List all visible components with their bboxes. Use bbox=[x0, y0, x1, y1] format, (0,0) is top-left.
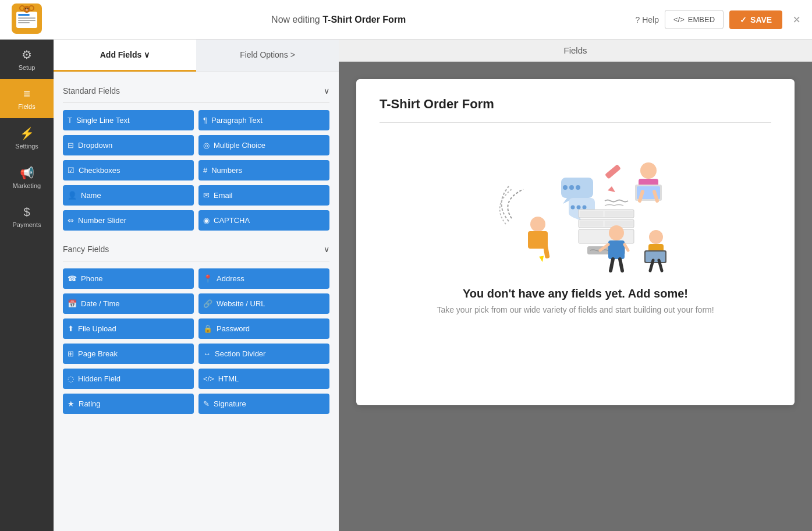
field-btn-date-time[interactable]: 📅 Date / Time bbox=[63, 293, 194, 314]
form-preview-wrapper: T-Shirt Order Form bbox=[339, 62, 812, 531]
svg-point-50 bbox=[649, 230, 663, 244]
svg-point-17 bbox=[576, 185, 580, 190]
svg-rect-38 bbox=[579, 229, 634, 243]
dropdown-icon: ⊟ bbox=[68, 141, 74, 150]
chevron-down-icon: ∨ bbox=[144, 50, 150, 59]
field-btn-website-url[interactable]: 🔗 Website / URL bbox=[198, 293, 329, 314]
fancy-fields-divider bbox=[63, 261, 329, 261]
checkboxes-icon: ☑ bbox=[68, 166, 75, 175]
svg-point-40 bbox=[530, 217, 545, 232]
tab-add-fields[interactable]: Add Fields ∨ bbox=[54, 40, 196, 72]
field-btn-rating[interactable]: ★ Rating bbox=[63, 394, 194, 414]
standard-fields-section-header[interactable]: Standard Fields ∨ bbox=[63, 80, 329, 100]
settings-icon: ⚡ bbox=[20, 126, 34, 140]
field-btn-dropdown[interactable]: ⊟ Dropdown bbox=[63, 135, 194, 155]
fancy-fields-grid: ☎ Phone 📍 Address 📅 Date / Time 🔗 Websit… bbox=[63, 268, 329, 414]
close-button[interactable]: × bbox=[793, 12, 800, 27]
svg-rect-5 bbox=[18, 22, 30, 23]
svg-point-15 bbox=[563, 185, 568, 190]
signature-icon: ✎ bbox=[203, 399, 210, 408]
hidden-field-icon: ◌ bbox=[68, 374, 74, 383]
empty-state: You don't have any fields yet. Add some!… bbox=[380, 137, 771, 326]
top-bar-actions: ? Help </> EMBED ✓ SAVE × bbox=[635, 10, 800, 29]
field-btn-section-divider[interactable]: ↔ Section Divider bbox=[198, 344, 329, 364]
email-icon: ✉ bbox=[203, 191, 210, 200]
svg-point-22 bbox=[582, 206, 586, 210]
standard-fields-divider bbox=[63, 102, 329, 103]
date-time-icon: 📅 bbox=[68, 299, 77, 308]
svg-point-12 bbox=[27, 8, 29, 9]
field-btn-captcha[interactable]: ◉ CAPTCHA bbox=[198, 210, 329, 231]
password-icon: 🔒 bbox=[203, 324, 212, 333]
svg-rect-4 bbox=[18, 20, 36, 21]
fields-panel: Add Fields ∨ Field Options > Standard Fi… bbox=[54, 40, 339, 531]
field-btn-html[interactable]: </> HTML bbox=[198, 369, 329, 389]
field-btn-hidden-field[interactable]: ◌ Hidden Field bbox=[63, 369, 194, 389]
svg-rect-53 bbox=[646, 252, 665, 262]
svg-rect-45 bbox=[608, 240, 625, 259]
numbers-icon: # bbox=[203, 166, 207, 175]
fancy-fields-section-header[interactable]: Fancy Fields ∨ bbox=[63, 239, 329, 259]
page-break-icon: ⊞ bbox=[68, 349, 74, 358]
svg-point-13 bbox=[26, 9, 28, 10]
field-btn-multiple-choice[interactable]: ◎ Multiple Choice bbox=[198, 135, 329, 155]
fields-icon: ≡ bbox=[23, 87, 30, 101]
field-btn-paragraph-text[interactable]: ¶ Paragraph Text bbox=[198, 110, 329, 130]
captcha-icon: ◉ bbox=[203, 216, 210, 225]
rating-icon: ★ bbox=[68, 399, 75, 408]
form-preview: T-Shirt Order Form bbox=[356, 79, 795, 405]
empty-state-illustration bbox=[477, 143, 675, 277]
payments-icon: $ bbox=[23, 206, 30, 219]
field-btn-name[interactable]: 👤 Name bbox=[63, 185, 194, 206]
svg-rect-36 bbox=[580, 221, 603, 226]
field-btn-file-upload[interactable]: ⬆ File Upload bbox=[63, 318, 194, 339]
embed-button[interactable]: </> EMBED bbox=[665, 10, 724, 29]
field-btn-single-line-text[interactable]: T Single Line Text bbox=[63, 110, 194, 130]
svg-rect-37 bbox=[605, 221, 633, 226]
svg-point-44 bbox=[609, 225, 624, 240]
sidebar-item-marketing[interactable]: 📢 Marketing bbox=[0, 158, 54, 197]
fancy-section-collapse-icon: ∨ bbox=[324, 245, 329, 254]
name-icon: 👤 bbox=[68, 191, 77, 200]
field-btn-email[interactable]: ✉ Email bbox=[198, 185, 329, 206]
field-btn-page-break[interactable]: ⊞ Page Break bbox=[63, 344, 194, 364]
field-btn-number-slider[interactable]: ⇔ Number Slider bbox=[63, 210, 194, 231]
gear-icon: ⚙ bbox=[22, 48, 32, 62]
svg-line-48 bbox=[611, 259, 613, 271]
sidebar-item-payments[interactable]: $ Payments bbox=[0, 197, 54, 236]
svg-marker-25 bbox=[608, 186, 615, 192]
website-url-icon: 🔗 bbox=[203, 299, 212, 308]
sidebar: ⚙ Setup ≡ Fields ⚡ Settings 📢 Marketing … bbox=[0, 40, 54, 531]
sidebar-item-fields[interactable]: ≡ Fields bbox=[0, 79, 54, 118]
field-btn-password[interactable]: 🔒 Password bbox=[198, 318, 329, 339]
svg-rect-34 bbox=[605, 211, 633, 217]
save-button[interactable]: ✓ SAVE bbox=[729, 10, 782, 29]
field-btn-checkboxes[interactable]: ☑ Checkboxes bbox=[63, 160, 194, 180]
top-bar: Now editing T-Shirt Order Form ? Help </… bbox=[0, 0, 812, 40]
svg-point-16 bbox=[569, 185, 574, 190]
section-collapse-icon: ∨ bbox=[324, 86, 329, 95]
tab-field-options[interactable]: Field Options > bbox=[196, 40, 339, 72]
svg-point-20 bbox=[570, 206, 575, 210]
svg-point-21 bbox=[576, 206, 580, 210]
field-btn-signature[interactable]: ✎ Signature bbox=[198, 394, 329, 414]
help-button[interactable]: ? Help bbox=[635, 15, 659, 24]
section-divider-icon: ↔ bbox=[203, 349, 211, 358]
app-logo bbox=[12, 3, 42, 36]
empty-state-subtitle: Take your pick from our wide variety of … bbox=[437, 305, 714, 314]
field-btn-address[interactable]: 📍 Address bbox=[198, 268, 329, 289]
sidebar-item-setup[interactable]: ⚙ Setup bbox=[0, 40, 54, 79]
html-icon: </> bbox=[203, 374, 214, 383]
content-area: Fields T-Shirt Order Form bbox=[339, 40, 812, 531]
sidebar-item-settings[interactable]: ⚡ Settings bbox=[0, 118, 54, 158]
empty-state-title: You don't have any fields yet. Add some! bbox=[463, 287, 688, 300]
multiple-choice-icon: ◎ bbox=[203, 141, 210, 150]
field-btn-numbers[interactable]: # Numbers bbox=[198, 160, 329, 180]
fields-content: Standard Fields ∨ T Single Line Text ¶ P… bbox=[54, 72, 339, 531]
content-header: Fields bbox=[339, 40, 812, 62]
file-upload-icon: ⬆ bbox=[68, 324, 74, 333]
svg-rect-24 bbox=[605, 164, 621, 179]
svg-rect-33 bbox=[580, 211, 603, 217]
form-content-divider bbox=[380, 122, 771, 123]
field-btn-phone[interactable]: ☎ Phone bbox=[63, 268, 194, 289]
